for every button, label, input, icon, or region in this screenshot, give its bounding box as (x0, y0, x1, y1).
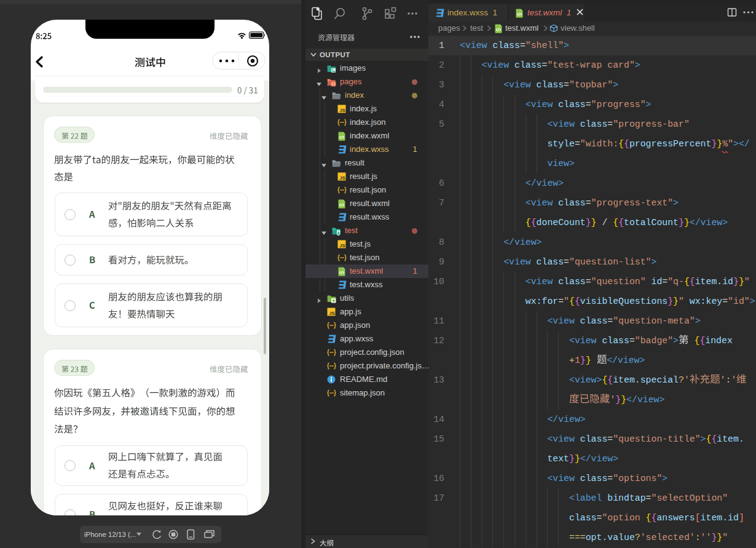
svg-text:JS: JS (340, 243, 345, 248)
svg-text:JS: JS (340, 175, 345, 181)
svg-text:JS: JS (329, 311, 335, 316)
svg-text:JS: JS (340, 108, 345, 113)
